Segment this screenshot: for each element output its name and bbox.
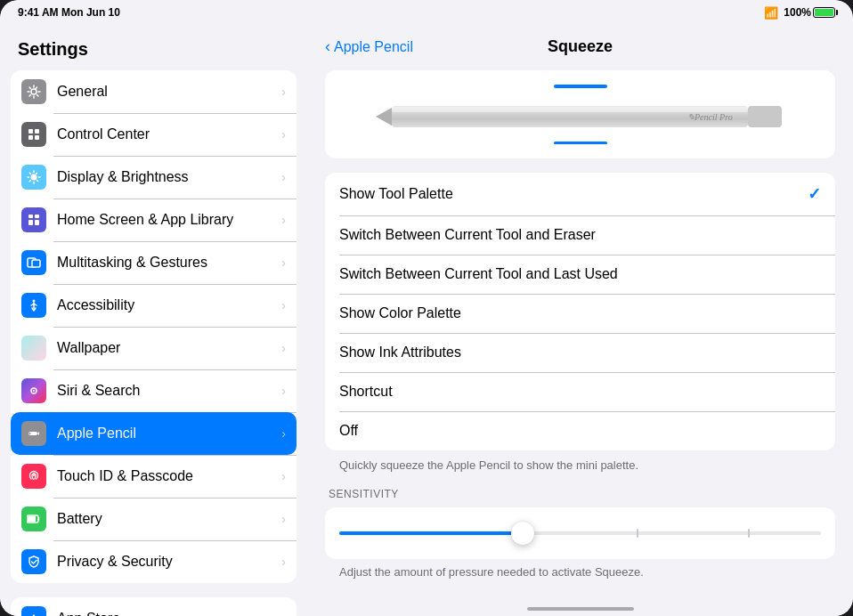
battery-icon bbox=[21, 507, 46, 531]
home-indicator bbox=[527, 607, 634, 611]
sidebar-item-control-center[interactable]: Control Center › bbox=[11, 113, 297, 156]
wallpaper-chevron: › bbox=[281, 341, 286, 355]
svg-point-14 bbox=[33, 390, 35, 392]
battery-chevron: › bbox=[281, 512, 286, 526]
slider-container bbox=[325, 507, 835, 559]
option-off-label: Off bbox=[339, 423, 821, 439]
display-label: Display & Brightness bbox=[57, 169, 281, 185]
sidebar-item-touch-id[interactable]: Touch ID & Passcode › bbox=[11, 455, 297, 498]
accessibility-label: Accessibility bbox=[57, 297, 281, 313]
pencil-tab-indicator bbox=[554, 85, 607, 88]
privacy-chevron: › bbox=[281, 555, 286, 569]
sensitivity-slider[interactable] bbox=[339, 520, 821, 547]
app-store-label: App Store bbox=[57, 611, 281, 616]
apple-pencil-label: Apple Pencil bbox=[57, 426, 281, 442]
status-time: 9:41 AM Mon Jun 10 bbox=[18, 6, 120, 19]
sensitivity-helper-text: Adjust the amount of pressure needed to … bbox=[339, 564, 821, 580]
svg-point-17 bbox=[33, 474, 35, 476]
sidebar-item-multitasking[interactable]: Multitasking & Gestures › bbox=[11, 241, 297, 284]
slider-tick-1 bbox=[637, 529, 638, 538]
wallpaper-icon bbox=[21, 336, 46, 361]
sidebar-section-2: App Store › Wallet & Apple Pay › bbox=[11, 597, 297, 616]
svg-rect-3 bbox=[28, 135, 33, 140]
svg-rect-27 bbox=[748, 106, 782, 127]
home-screen-icon bbox=[21, 207, 46, 232]
siri-chevron: › bbox=[281, 384, 286, 398]
option-show-tool-palette-check: ✓ bbox=[808, 184, 821, 204]
detail-title: Squeeze bbox=[548, 37, 613, 56]
sidebar-item-home-screen[interactable]: Home Screen & App Library › bbox=[11, 199, 297, 241]
status-right: 📶 100% bbox=[764, 6, 835, 20]
apple-pencil-icon bbox=[21, 421, 46, 446]
wallpaper-label: Wallpaper bbox=[57, 340, 281, 356]
sidebar-section-1: General › Control Center › bbox=[11, 70, 297, 583]
accessibility-chevron: › bbox=[281, 298, 286, 312]
back-label: Apple Pencil bbox=[334, 39, 413, 55]
wifi-icon: 📶 bbox=[764, 6, 778, 20]
svg-rect-19 bbox=[28, 516, 36, 522]
apple-pencil-chevron: › bbox=[281, 426, 286, 441]
option-show-tool-palette[interactable]: Show Tool Palette ✓ bbox=[325, 173, 835, 215]
svg-rect-9 bbox=[35, 220, 39, 225]
option-shortcut[interactable]: Shortcut bbox=[325, 372, 835, 411]
options-helper-text: Quickly squeeze the Apple Pencil to show… bbox=[339, 458, 821, 474]
sidebar-item-privacy[interactable]: Privacy & Security › bbox=[11, 540, 297, 583]
slider-track bbox=[339, 531, 821, 535]
pencil-container: ✎Pencil Pro bbox=[325, 70, 835, 158]
privacy-icon bbox=[21, 549, 46, 574]
display-icon bbox=[21, 165, 46, 190]
svg-rect-4 bbox=[35, 135, 39, 140]
general-icon bbox=[21, 79, 46, 104]
sidebar-item-wallpaper[interactable]: Wallpaper › bbox=[11, 327, 297, 369]
sensitivity-label: SENSITIVITY bbox=[325, 488, 835, 500]
option-switch-last-used-label: Switch Between Current Tool and Last Use… bbox=[339, 266, 821, 282]
privacy-label: Privacy & Security bbox=[57, 554, 281, 570]
sidebar-item-accessibility[interactable]: Accessibility › bbox=[11, 284, 297, 327]
touch-id-label: Touch ID & Passcode bbox=[57, 468, 281, 484]
detail-panel: ‹ Apple Pencil Squeeze bbox=[307, 25, 853, 616]
option-off[interactable]: Off bbox=[325, 411, 835, 450]
sidebar-item-siri[interactable]: Siri & Search › bbox=[11, 369, 297, 412]
sidebar-item-general[interactable]: General › bbox=[11, 70, 297, 113]
sidebar-item-app-store[interactable]: App Store › bbox=[11, 597, 297, 616]
slider-handle[interactable] bbox=[511, 522, 534, 545]
option-show-ink-attributes[interactable]: Show Ink Attributes bbox=[325, 333, 835, 372]
svg-rect-11 bbox=[32, 260, 40, 267]
siri-label: Siri & Search bbox=[57, 383, 281, 399]
touch-id-chevron: › bbox=[281, 469, 286, 483]
general-label: General bbox=[57, 84, 281, 100]
status-bar: 9:41 AM Mon Jun 10 📶 100% bbox=[0, 0, 853, 25]
pencil-illustration: ✎Pencil Pro bbox=[376, 99, 785, 134]
battery-fill bbox=[815, 9, 833, 16]
multitasking-label: Multitasking & Gestures bbox=[57, 255, 281, 271]
option-show-color-palette[interactable]: Show Color Palette bbox=[325, 294, 835, 333]
general-chevron: › bbox=[281, 85, 286, 99]
sidebar-item-apple-pencil[interactable]: Apple Pencil › bbox=[11, 412, 297, 455]
slider-progress bbox=[339, 531, 523, 535]
sidebar-item-display[interactable]: Display & Brightness › bbox=[11, 156, 297, 199]
app-store-icon bbox=[21, 606, 46, 616]
option-shortcut-label: Shortcut bbox=[339, 384, 821, 400]
pencil-squeeze-indicator bbox=[554, 142, 607, 144]
back-chevron-icon: ‹ bbox=[325, 37, 330, 56]
slider-tick-2 bbox=[748, 529, 750, 538]
sidebar-title: Settings bbox=[11, 25, 297, 70]
battery-indicator: 100% bbox=[784, 6, 835, 19]
control-center-label: Control Center bbox=[57, 126, 281, 142]
svg-rect-2 bbox=[35, 129, 39, 134]
option-switch-eraser[interactable]: Switch Between Current Tool and Eraser bbox=[325, 215, 835, 255]
multitasking-icon bbox=[21, 250, 46, 275]
svg-point-0 bbox=[31, 89, 37, 94]
svg-point-16 bbox=[29, 433, 31, 434]
back-button[interactable]: ‹ Apple Pencil bbox=[325, 37, 413, 56]
sidebar-item-battery[interactable]: Battery › bbox=[11, 498, 297, 540]
battery-bar bbox=[813, 7, 835, 18]
option-switch-last-used[interactable]: Switch Between Current Tool and Last Use… bbox=[325, 255, 835, 294]
option-show-ink-attributes-label: Show Ink Attributes bbox=[339, 344, 821, 361]
app-store-chevron: › bbox=[281, 612, 286, 616]
svg-point-12 bbox=[33, 300, 36, 303]
svg-rect-6 bbox=[28, 215, 33, 218]
battery-percentage: 100% bbox=[784, 6, 811, 19]
battery-label: Battery bbox=[57, 511, 281, 527]
display-chevron: › bbox=[281, 170, 286, 184]
